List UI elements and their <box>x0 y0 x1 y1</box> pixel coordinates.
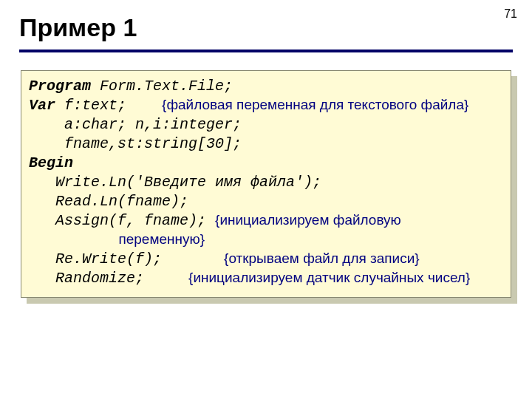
comment: {инициализируем датчик случайных чисел} <box>188 270 470 285</box>
code-box: Program Form.Text.File; Var f:text; {фай… <box>21 70 511 298</box>
code-text: Randomize; <box>29 270 188 287</box>
slide-header: Пример 1 71 <box>19 13 513 52</box>
comment: {инициализируем файловую <box>215 212 401 228</box>
slide: Пример 1 71 Program Form.Text.File; Var … <box>0 0 532 399</box>
code-text: Form.Text.File; <box>91 78 233 95</box>
comment: переменную} <box>29 231 205 247</box>
code-text: f:text; <box>55 97 162 114</box>
kw: Var <box>29 97 55 114</box>
kw: Begin <box>29 154 73 171</box>
code-text: a:char; n,i:integer; <box>29 116 242 133</box>
code-text: fname,st:string[30]; <box>29 135 242 152</box>
code-text: Assign(f, fname); <box>29 212 215 229</box>
code-text: Read.Ln(fname); <box>29 193 188 210</box>
code-block: Program Form.Text.File; Var f:text; {фай… <box>21 70 511 298</box>
slide-title: Пример 1 <box>19 13 513 42</box>
kw: Program <box>29 78 91 95</box>
code-text: Write.Ln('Введите имя файла'); <box>29 174 321 191</box>
comment: {файловая переменная для текстового файл… <box>162 97 468 112</box>
page-number: 71 <box>504 7 517 21</box>
code-text: Re.Write(f); <box>29 250 224 267</box>
comment: {открываем файл для записи} <box>224 250 420 266</box>
